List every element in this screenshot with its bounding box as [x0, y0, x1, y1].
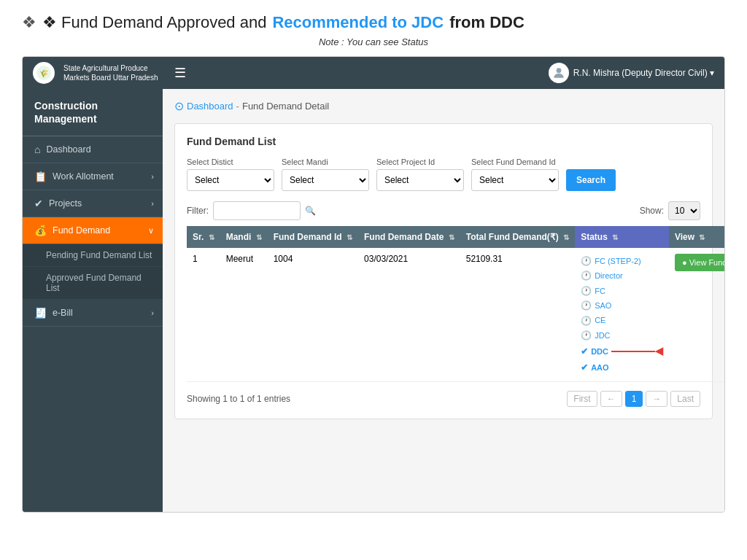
- breadcrumb-current: Fund Demand Detail: [242, 101, 329, 112]
- submenu-pending-fund[interactable]: Pending Fund Demand List: [23, 244, 163, 267]
- hamburger-icon[interactable]: ☰: [174, 65, 186, 81]
- breadcrumb-dashboard-link[interactable]: Dashboard: [187, 101, 233, 112]
- filter-input-wrap: Filter: 🔍: [187, 201, 316, 220]
- chevron-right-icon-projects: ›: [151, 199, 154, 208]
- sidebar-item-projects[interactable]: ✔ Projects ›: [23, 190, 163, 217]
- fund-demand-table: Sr. ⇅ Mandi ⇅ Fund Demand Id ⇅ Fund Dema…: [187, 226, 724, 382]
- back-icon[interactable]: ⊙: [174, 99, 184, 113]
- pagination: First ← 1 → Last: [567, 391, 700, 407]
- user-name[interactable]: R.N. Mishra (Deputy Director Civil) ▾: [573, 68, 714, 78]
- title-text-normal: ❖ Fund Demand Approved and: [42, 13, 266, 32]
- clock-icon-fc-step2: 🕐: [581, 254, 592, 268]
- fund-demand-card: Fund Demand List Select Distict Select S…: [174, 123, 713, 419]
- col-fund-demand-date: Fund Demand Date ⇅: [358, 226, 460, 248]
- prev-page-button[interactable]: ←: [600, 391, 622, 407]
- title-text-suffix: from DDC: [449, 13, 525, 32]
- fund-icon: 💰: [34, 225, 47, 236]
- filter-row: Select Distict Select Select Mandi Selec…: [187, 158, 700, 191]
- user-avatar: [549, 63, 569, 83]
- svg-text:🌾: 🌾: [39, 69, 49, 78]
- filter-district-label: Select Distict: [187, 158, 274, 166]
- org-name: State Agricultural Produce Markets Board…: [63, 63, 158, 82]
- projects-icon: ✔: [34, 198, 43, 209]
- status-director: 🕐Director: [581, 268, 663, 283]
- showing-entries: Showing 1 to 1 of 1 entries: [187, 394, 290, 404]
- page-heading: ❖ ❖ Fund Demand Approved and Recommended…: [22, 13, 725, 32]
- search-icon: 🔍: [305, 206, 316, 216]
- status-ce: 🕐CE: [581, 314, 663, 328]
- status-aao: ✔AAO: [581, 360, 663, 375]
- check-icon-aao: ✔: [581, 360, 588, 375]
- main-layout: Construction Management ⌂ Dashboard 📋 Wo…: [23, 89, 724, 512]
- sidebar-item-ebill[interactable]: 🧾 e-Bill ›: [23, 300, 163, 327]
- cell-view: ● View Fund Demand Detail: [669, 248, 724, 381]
- chevron-right-icon-ebill: ›: [151, 308, 154, 317]
- filter-text-label: Filter:: [187, 206, 209, 216]
- clock-icon-ce: 🕐: [581, 314, 592, 328]
- filter-project: Select Project Id Select: [376, 158, 464, 191]
- check-icon-ddc: ✔: [581, 344, 588, 359]
- cell-sr: 1: [187, 248, 220, 381]
- sidebar-label-fund-demand: Fund Demand: [53, 225, 110, 236]
- ddc-arrow: ◀: [611, 343, 663, 360]
- sidebar-submenu: Pending Fund Demand List Approved Fund D…: [23, 244, 163, 300]
- breadcrumb: ⊙ Dashboard - Fund Demand Detail: [174, 99, 713, 113]
- sidebar-brand: Construction Management: [23, 89, 163, 136]
- pagination-row: Showing 1 to 1 of 1 entries First ← 1 → …: [187, 391, 700, 407]
- page-subtitle: Note : You can see Status: [22, 36, 725, 47]
- clipboard-icon: 📋: [34, 171, 47, 182]
- search-button[interactable]: Search: [566, 169, 616, 191]
- svg-point-2: [556, 68, 561, 73]
- cell-mandi: Meerut: [220, 248, 268, 381]
- col-view: View ⇅: [669, 226, 724, 248]
- district-select[interactable]: Select: [187, 169, 274, 191]
- page-1-button[interactable]: 1: [625, 391, 643, 407]
- table-row: 1 Meerut 1004 03/03/2021 52109.31 🕐FC (S…: [187, 248, 724, 381]
- clock-icon-jdc: 🕐: [581, 328, 592, 343]
- view-fund-demand-button[interactable]: ● View Fund Demand Detail: [675, 254, 724, 271]
- sidebar-item-fund-demand[interactable]: 💰 Fund Demand ∨: [23, 217, 163, 244]
- status-sao: 🕐SAO: [581, 298, 663, 313]
- sidebar-label-projects: Projects: [49, 198, 82, 209]
- cell-fund-demand-date: 03/03/2021: [358, 248, 460, 381]
- show-select[interactable]: 10 25 50: [668, 201, 700, 220]
- last-page-button[interactable]: Last: [670, 391, 700, 407]
- fund-demand-id-select[interactable]: Select: [471, 169, 559, 191]
- filter-mandi-label: Select Mandi: [282, 158, 369, 166]
- col-sr: Sr. ⇅: [187, 226, 220, 248]
- status-fc-step2: 🕐FC (STEP-2): [581, 254, 663, 268]
- col-status: Status ⇅: [575, 226, 669, 248]
- next-page-button[interactable]: →: [646, 391, 667, 407]
- status-jdc: 🕐JDC: [581, 328, 663, 343]
- content-area: ⊙ Dashboard - Fund Demand Detail Fund De…: [163, 89, 724, 512]
- ebill-icon: 🧾: [34, 307, 47, 319]
- card-title: Fund Demand List: [187, 136, 700, 147]
- filter-input[interactable]: [213, 201, 301, 220]
- show-label: Show:: [640, 206, 664, 216]
- filter-fund-demand-label: Select Fund Demand Id: [471, 158, 559, 166]
- chevron-down-icon: ∨: [148, 226, 154, 236]
- sidebar-item-work-allotment[interactable]: 📋 Work Allotment ›: [23, 163, 163, 190]
- app-container: 🌾 State Agricultural Produce Markets Boa…: [22, 56, 725, 513]
- mandi-select[interactable]: Select: [282, 169, 369, 191]
- col-fund-demand-id: Fund Demand Id ⇅: [268, 226, 358, 248]
- project-select[interactable]: Select: [376, 169, 464, 191]
- home-icon: ⌂: [34, 144, 40, 155]
- cell-fund-demand-id: 1004: [268, 248, 358, 381]
- first-page-button[interactable]: First: [567, 391, 597, 407]
- sidebar-label-dashboard: Dashboard: [46, 144, 90, 155]
- breadcrumb-separator: -: [236, 101, 239, 112]
- clock-icon-fc: 🕐: [581, 284, 592, 298]
- filter-district: Select Distict Select: [187, 158, 274, 191]
- col-mandi: Mandi ⇅: [220, 226, 268, 248]
- top-nav: 🌾 State Agricultural Produce Markets Boa…: [23, 57, 724, 89]
- col-total-fund: Total Fund Demand(₹) ⇅: [460, 226, 575, 248]
- filter-mandi: Select Mandi Select: [282, 158, 369, 191]
- status-fc: 🕐FC: [581, 284, 663, 298]
- filter-project-label: Select Project Id: [376, 158, 464, 166]
- top-nav-left: 🌾 State Agricultural Produce Markets Boa…: [33, 62, 186, 84]
- top-nav-right: R.N. Mishra (Deputy Director Civil) ▾: [549, 63, 714, 83]
- clock-icon-sao: 🕐: [581, 298, 592, 313]
- sidebar-item-dashboard[interactable]: ⌂ Dashboard: [23, 136, 163, 163]
- submenu-approved-fund[interactable]: Approved Fund Demand List: [23, 267, 163, 300]
